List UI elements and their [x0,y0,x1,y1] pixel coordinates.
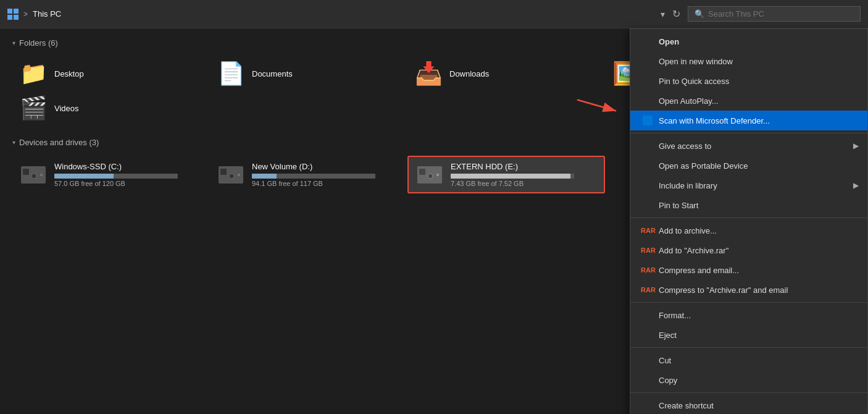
ctx-include-library[interactable]: Include in library ▶ [630,175,867,195]
ctx-create-shortcut[interactable]: Create shortcut [630,395,867,414]
ctx-add-archive-rar[interactable]: RAR Add to "Archive.rar" [630,240,867,260]
context-menu: Open Open in new window Pin to Quick acc… [630,28,868,414]
ctx-pin-quick-access[interactable]: Pin to Quick access [630,71,867,91]
ctx-add-archive-label: Add to archive... [659,226,717,235]
drive-c-bar-container [54,174,178,179]
svg-point-3 [40,174,43,176]
ctx-eject[interactable]: Eject [630,325,867,345]
drive-e-label: EXTERN HDD (E:) [451,162,598,171]
drive-c-size: 57.0 GB free of 120 GB [54,180,204,187]
ctx-format[interactable]: Format... [630,305,867,325]
search-input[interactable] [708,9,854,19]
ctx-add-archive-icon: RAR [643,225,654,236]
ctx-scan-defender-icon [643,115,654,126]
ctx-compress-rar-email-label: Compress to "Archive.rar" and email [659,285,788,295]
ctx-scan-defender-label: Scan with Microsoft Defender... [659,116,770,125]
ctx-eject-label: Eject [659,331,677,340]
ctx-give-access-arrow-icon: ▶ [853,142,859,150]
folder-videos[interactable]: 🎬 Videos [12,91,210,125]
refresh-button[interactable]: ↻ [672,8,680,20]
ctx-give-access-icon [643,140,654,151]
ctx-create-shortcut-icon [643,400,654,411]
title-bar: > This PC ▾ ↻ 🔍 [0,0,868,28]
title-bar-left: > This PC [7,9,661,20]
windows-icon [7,9,19,20]
folder-desktop[interactable]: 📁 Desktop [12,56,210,91]
ctx-format-label: Format... [659,311,691,320]
drive-c-info: Windows-SSD (C:) 57.0 GB free of 120 GB [54,162,204,187]
drive-c[interactable]: Windows-SSD (C:) 57.0 GB free of 120 GB [12,156,210,193]
drive-e-bar-container [451,174,574,179]
ctx-pin-start[interactable]: Pin to Start [630,195,867,215]
ctx-eject-icon [643,329,654,340]
ctx-include-library-icon [643,180,654,191]
svg-point-7 [238,174,240,176]
ctx-open-portable-icon [643,160,654,171]
ctx-give-access-label: Give access to [659,142,711,151]
folder-desktop-label: Desktop [54,69,84,78]
ctx-copy-icon [643,374,654,386]
ctx-open[interactable]: Open [630,32,867,51]
breadcrumb-separator: > [23,10,28,19]
svg-point-6 [229,174,234,179]
folders-section-label: Folders (6) [19,38,58,48]
ctx-compress-email-icon: RAR [643,264,654,276]
drive-e[interactable]: EXTERN HDD (E:) 7.43 GB free of 7.52 GB [407,156,605,193]
ctx-open-new-window[interactable]: Open in new window [630,51,867,71]
drive-c-bar [54,174,114,179]
ctx-open-label: Open [659,37,679,46]
ctx-open-autoplay[interactable]: Open AutoPlay... [630,91,867,111]
ctx-scan-defender[interactable]: Scan with Microsoft Defender... [630,111,867,130]
drive-d-info: New Volume (D:) 94.1 GB free of 117 GB [252,162,401,187]
folder-documents-icon: 📄 [216,61,246,86]
ctx-add-archive-rar-icon: RAR [643,245,654,256]
ctx-sep-1 [630,133,867,133]
drive-d-size: 94.1 GB free of 117 GB [252,180,401,187]
svg-point-2 [31,174,36,179]
chevron-down-button[interactable]: ▾ [661,9,665,19]
drive-c-label: Windows-SSD (C:) [54,162,204,171]
svg-rect-5 [220,169,227,175]
search-icon: 🔍 [695,9,704,19]
folder-downloads-icon: 📥 [414,61,443,86]
ctx-sep-4 [630,347,867,348]
drive-d[interactable]: New Volume (D:) 94.1 GB free of 117 GB [210,156,407,193]
main-content: ▾ Folders (6) 📁 Desktop 📄 Documents 📥 Do… [0,28,868,414]
drive-c-icon [19,163,48,187]
ctx-pin-start-label: Pin to Start [659,201,698,210]
folder-downloads[interactable]: 📥 Downloads [407,56,605,91]
ctx-compress-rar-email-icon: RAR [643,284,654,295]
svg-point-11 [436,174,439,176]
ctx-open-portable-label: Open as Portable Device [659,161,748,171]
ctx-open-portable[interactable]: Open as Portable Device [630,156,867,175]
ctx-open-new-window-label: Open in new window [659,57,733,66]
ctx-open-autoplay-icon [643,95,654,106]
drive-e-size: 7.43 GB free of 7.52 GB [451,180,598,187]
ctx-compress-email-label: Compress and email... [659,266,739,275]
drive-d-icon [216,163,246,187]
ctx-give-access[interactable]: Give access to ▶ [630,136,867,156]
folder-documents[interactable]: 📄 Documents [210,56,407,91]
ctx-cut-icon [643,355,654,366]
drive-e-bar [451,174,570,179]
ctx-add-archive[interactable]: RAR Add to archive... [630,221,867,240]
ctx-include-library-label: Include in library [659,181,717,190]
ctx-open-new-window-icon [643,56,654,67]
drive-e-info: EXTERN HDD (E:) 7.43 GB free of 7.52 GB [451,162,598,187]
ctx-open-autoplay-label: Open AutoPlay... [659,96,719,106]
ctx-format-icon [643,310,654,321]
svg-rect-9 [419,169,425,175]
ctx-compress-email[interactable]: RAR Compress and email... [630,260,867,280]
folder-downloads-label: Downloads [449,69,489,78]
ctx-copy-label: Copy [659,376,677,385]
ctx-include-library-arrow-icon: ▶ [853,181,859,190]
ctx-cut-label: Cut [659,356,671,365]
ctx-cut[interactable]: Cut [630,350,867,370]
ctx-open-icon [643,36,654,47]
ctx-compress-rar-email[interactable]: RAR Compress to "Archive.rar" and email [630,280,867,300]
drive-d-bar [252,174,277,179]
svg-rect-1 [23,169,29,175]
ctx-sep-3 [630,302,867,303]
drive-d-label: New Volume (D:) [252,162,401,171]
ctx-copy[interactable]: Copy [630,370,867,390]
